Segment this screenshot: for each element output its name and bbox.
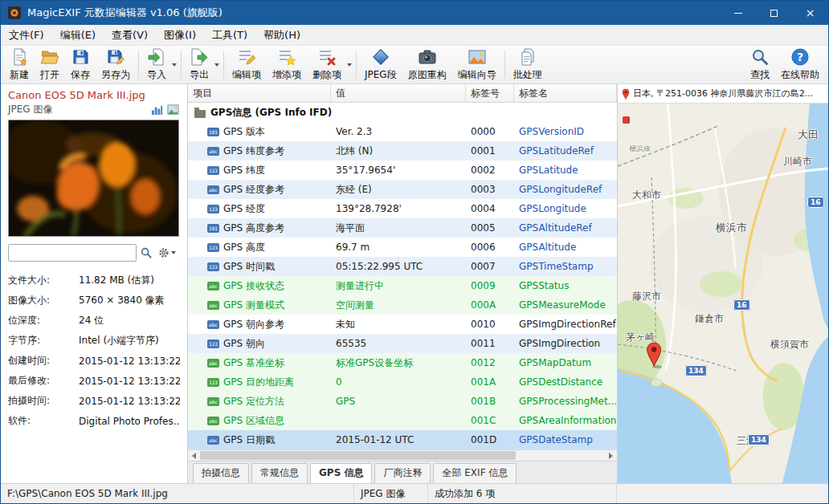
scroll-right-button[interactable] [605, 450, 617, 461]
toolbar-separator [138, 51, 139, 79]
table-row[interactable]: 123GPS 朝向655350011GPSImgDirection [188, 334, 617, 353]
status-file-path: F:\GPS\Canon EOS 5D Mark III.jpg [1, 484, 354, 503]
close-button[interactable]: × [792, 1, 828, 25]
table-row[interactable]: abcGPS 定位方法GPS001BGPSProcessingMet... [188, 392, 617, 411]
camera-icon [418, 47, 437, 67]
map-view[interactable]: 大田川崎市横浜市大和市藤沢市鎌倉市茅ヶ崎横須賀市三浦市横浜線1616134134 [618, 104, 828, 483]
table-row[interactable]: abcGPS 测量模式空间测量000AGPSMeasureMode [188, 295, 617, 315]
table-row[interactable]: 101GPS 版本Ver. 2.30000GPSVersionID [188, 122, 617, 141]
edit-pencil-icon [237, 47, 256, 67]
open-button[interactable]: 打开 [35, 47, 65, 83]
batch-button[interactable]: 批处理 [508, 47, 548, 83]
maximize-button[interactable] [756, 1, 792, 25]
row-item-label: GPS 区域信息 [223, 414, 284, 428]
delete-item-button[interactable]: 删除项 [307, 46, 347, 83]
add-item-button[interactable]: 增添项 [267, 47, 307, 83]
row-tag-cell: 001A [466, 376, 514, 388]
save-floppy-icon [71, 47, 90, 67]
column-header-tag[interactable]: 标签号 [466, 84, 514, 102]
table-row[interactable]: 101GPS 高度参考海平面0005GPSAltitudeRef [188, 218, 617, 238]
geocoded-address: 日本, 〒251-0036 神奈川県藤沢市江の島2... [633, 87, 813, 100]
minimize-button[interactable] [720, 1, 756, 25]
export-dropdown-arrow[interactable] [214, 63, 219, 67]
row-value-cell: Ver. 2.3 [331, 126, 466, 137]
new-button[interactable]: 新建 [4, 47, 35, 83]
svg-text:?: ? [797, 51, 803, 63]
table-row[interactable]: abcGPS 纬度参考北纬 (N)0001GPSLatitudeRef [188, 141, 617, 161]
import-dropdown-arrow[interactable] [172, 63, 177, 67]
row-value-cell: 05:15:22.995 UTC [331, 261, 466, 272]
row-item-cell: abcGPS 日期戳 [188, 433, 331, 447]
image-thumbnail[interactable] [8, 120, 179, 237]
tab-3[interactable]: 厂商注释 [374, 463, 431, 483]
road-badge-0: 16 [733, 299, 750, 311]
table-row[interactable]: abcGPS 朝向参考未知0010GPSImgDirectionRef [188, 315, 617, 334]
row-tag-cell: 0001 [466, 145, 514, 156]
image-view-icon[interactable] [165, 104, 180, 116]
save-as-icon [106, 47, 125, 67]
tab-2[interactable]: GPS 信息 [310, 463, 372, 483]
import-button[interactable]: 导入 [141, 46, 172, 83]
jpeg-segment-button[interactable]: JPEG段 [359, 47, 402, 83]
online-help-button[interactable]: ? 在线帮助 [775, 47, 825, 83]
map-label-9: 横浜線 [629, 144, 651, 154]
rebuild-button[interactable]: 原图重构 [402, 47, 452, 83]
gear-icon[interactable] [156, 244, 180, 262]
tab-0[interactable]: 拍摄信息 [193, 463, 249, 483]
map-label-4: 藤沢市 [632, 290, 661, 303]
datatype-icon: abc [207, 417, 219, 425]
save-button[interactable]: 保存 [65, 47, 96, 83]
row-item-label: GPS 版本 [223, 125, 265, 139]
new-document-icon [10, 47, 29, 67]
property-label: 最后修改: [8, 374, 79, 388]
menu-item-2[interactable]: 查看(V) [104, 25, 156, 45]
save-as-button[interactable]: 另存为 [96, 47, 136, 83]
row-item-cell: 123GPS 朝向 [188, 337, 331, 351]
find-button[interactable]: 查找 [745, 47, 775, 83]
property-value: Digital Photo Profes... [79, 416, 180, 427]
menu-item-4[interactable]: 工具(T) [204, 25, 255, 45]
table-row[interactable]: 123GPS 时间戳05:15:22.995 UTC0007GPSTimeSta… [188, 257, 617, 276]
tab-1[interactable]: 常规信息 [251, 463, 308, 483]
row-tag-cell: 0003 [466, 184, 514, 195]
row-item-label: GPS 定位方法 [223, 395, 284, 408]
table-row[interactable]: abcGPS 区域信息001CGPSAreaInformation [188, 411, 617, 430]
map-label-2: 横浜市 [716, 221, 747, 235]
menu-item-0[interactable]: 文件(F) [1, 25, 52, 45]
menu-item-5[interactable]: 帮助(H) [255, 25, 308, 45]
table-row[interactable]: 123GPS 经度139°28.7928'0004GPSLongitude [188, 199, 617, 218]
property-row: 拍摄时间:2015-01-12 13:13:22 [8, 391, 180, 411]
wizard-button[interactable]: 编辑向导 [452, 47, 502, 83]
tab-4[interactable]: 全部 EXIF 信息 [433, 463, 517, 483]
table-row[interactable]: abcGPS 日期戳2015-01-12 UTC001DGPSDateStamp [188, 430, 617, 449]
table-row[interactable]: 123GPS 目的地距离0001AGPSDestDistance [188, 372, 617, 392]
scrollbar-thumb[interactable] [200, 451, 516, 460]
table-row[interactable]: abcGPS 接收状态测量进行中0009GPSStatus [188, 276, 617, 295]
delete-dropdown-arrow[interactable] [347, 63, 352, 67]
toolbar: 新建 打开 保存 另存为 导入 导出 [1, 46, 828, 84]
column-header-item[interactable]: 项目 [188, 84, 331, 102]
export-button[interactable]: 导出 [184, 46, 214, 83]
column-header-value[interactable]: 值 [331, 84, 466, 102]
table-row[interactable]: abcGPS 经度参考东经 (E)0003GPSLongitudeRef [188, 180, 617, 199]
histogram-icon[interactable] [149, 104, 164, 116]
row-tag-cell: 0004 [466, 203, 514, 214]
scroll-left-button[interactable] [188, 450, 200, 461]
status-empty [617, 484, 828, 503]
menu-item-3[interactable]: 图像(I) [156, 25, 204, 45]
row-item-cell: abcGPS 测量模式 [188, 299, 331, 312]
row-item-cell: 123GPS 经度 [188, 202, 331, 216]
row-tag-cell: 0009 [466, 280, 514, 291]
row-tagname-cell: GPSProcessingMet... [514, 396, 617, 407]
edit-item-button[interactable]: 编辑项 [227, 47, 267, 83]
search-icon[interactable] [137, 244, 156, 262]
row-item-cell: abcGPS 区域信息 [188, 414, 331, 428]
menu-item-1[interactable]: 编辑(E) [52, 25, 104, 45]
table-row[interactable]: 123GPS 纬度35°17.9654'0002GPSLatitude [188, 161, 617, 180]
property-search-input[interactable] [8, 244, 137, 262]
group-row[interactable]: GPS信息 (GPS Info IFD) [188, 103, 617, 122]
column-header-tagname[interactable]: 标签名 [514, 84, 617, 102]
table-row[interactable]: 123GPS 高度69.7 m0006GPSAltitude [188, 238, 617, 257]
datatype-icon: 123 [207, 205, 219, 213]
table-row[interactable]: abcGPS 基准坐标标准GPS设备坐标0012GPSMapDatum [188, 353, 617, 372]
